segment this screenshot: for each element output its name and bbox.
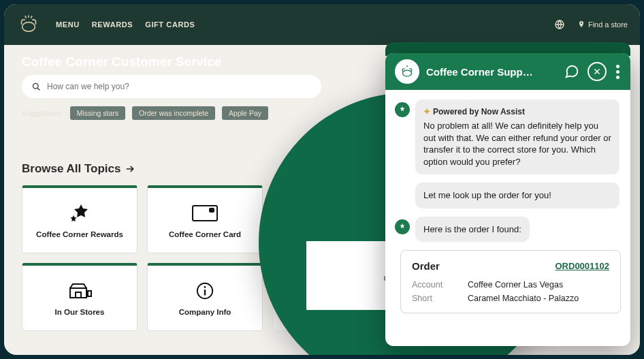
topic-label: Company Info bbox=[179, 308, 231, 316]
topic-card-company[interactable]: Company Info bbox=[147, 263, 263, 331]
order-field-key: Account bbox=[412, 280, 450, 290]
app-header: MENU REWARDS GIFT CARDS Find a store bbox=[4, 4, 640, 45]
find-store-link[interactable]: Find a store bbox=[577, 20, 628, 29]
order-field: Short Caramel Macchiato - Palazzo bbox=[412, 294, 609, 303]
card-icon bbox=[191, 203, 219, 223]
chip-order-incomplete[interactable]: Order was incomplete bbox=[132, 106, 215, 120]
chat-message-text: No problem at all! We can definitely hel… bbox=[423, 121, 611, 167]
chat-body: ✦ Powered by Now Assist No problem at al… bbox=[385, 90, 630, 346]
topic-card-rewards[interactable]: Coffee Corner Rewards bbox=[22, 185, 138, 253]
chat-message: Here is the order I found: bbox=[415, 217, 530, 243]
kebab-menu-icon[interactable] bbox=[615, 65, 621, 79]
arrow-right-icon bbox=[125, 163, 135, 174]
search-icon bbox=[31, 82, 42, 92]
chip-apple-pay[interactable]: Apple Pay bbox=[222, 106, 268, 120]
svg-rect-4 bbox=[210, 208, 214, 212]
chip-missing-stars[interactable]: Missing stars bbox=[70, 106, 125, 120]
svg-rect-5 bbox=[88, 291, 91, 296]
topic-card-card[interactable]: Coffee Corner Card bbox=[147, 185, 263, 253]
bot-avatar-icon bbox=[395, 219, 410, 234]
chat-panel: Coffee Corner Supp… ✦ Powered bbox=[385, 53, 630, 346]
info-icon bbox=[195, 281, 214, 301]
bot-avatar-icon bbox=[395, 102, 410, 117]
star-icon bbox=[66, 203, 93, 223]
order-field-key: Short bbox=[412, 294, 450, 303]
topic-label: In Our Stores bbox=[55, 308, 105, 316]
order-field-value: Caramel Macchiato - Palazzo bbox=[468, 294, 579, 303]
main-nav: MENU REWARDS GIFT CARDS bbox=[56, 20, 195, 29]
browse-heading-text: Browse All Topics bbox=[22, 162, 120, 176]
speech-bubble-icon[interactable] bbox=[564, 64, 579, 79]
svg-point-2 bbox=[33, 83, 39, 89]
order-card: Order ORD0001102 Account Coffee Corner L… bbox=[400, 250, 621, 313]
find-store-label: Find a store bbox=[588, 20, 628, 29]
brand-logo[interactable] bbox=[16, 12, 41, 37]
topic-card-stores[interactable]: In Our Stores bbox=[22, 263, 138, 331]
chat-message: ✦ Powered by Now Assist No problem at al… bbox=[415, 99, 619, 174]
nav-menu[interactable]: MENU bbox=[56, 20, 80, 29]
nav-giftcards[interactable]: GIFT CARDS bbox=[145, 20, 195, 29]
store-icon bbox=[66, 281, 93, 301]
order-field-value: Coffee Corner Las Vegas bbox=[468, 280, 563, 290]
chat-message: Let me look up the order for you! bbox=[415, 183, 619, 208]
svg-point-7 bbox=[204, 286, 206, 288]
svg-point-0 bbox=[22, 22, 35, 32]
search-input[interactable] bbox=[47, 82, 312, 91]
svg-point-8 bbox=[403, 70, 412, 76]
chat-avatar bbox=[395, 59, 419, 84]
order-card-title: Order bbox=[412, 260, 440, 272]
globe-icon[interactable] bbox=[554, 19, 565, 30]
topic-label: Coffee Corner Card bbox=[169, 230, 241, 238]
chat-title: Coffee Corner Supp… bbox=[426, 66, 558, 78]
powered-by-label: ✦ Powered by Now Assist bbox=[423, 106, 611, 117]
suggestion-label: Suggestions: bbox=[22, 109, 63, 117]
order-id-link[interactable]: ORD0001102 bbox=[556, 261, 610, 271]
chat-header: Coffee Corner Supp… bbox=[385, 53, 630, 90]
nav-rewards[interactable]: REWARDS bbox=[92, 20, 133, 29]
close-icon[interactable] bbox=[587, 62, 607, 81]
sparkle-icon: ✦ bbox=[423, 106, 430, 117]
order-field: Account Coffee Corner Las Vegas bbox=[412, 280, 609, 290]
topic-label: Coffee Corner Rewards bbox=[36, 230, 123, 238]
search-bar[interactable] bbox=[22, 75, 321, 98]
